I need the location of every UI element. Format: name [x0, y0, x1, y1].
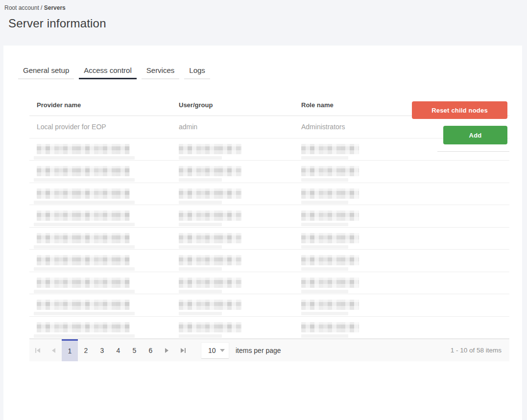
- chevron-down-icon: [220, 349, 225, 352]
- redacted-text: [179, 201, 222, 204]
- column-header-user-group[interactable]: User/group: [171, 101, 294, 109]
- table-row-redacted[interactable]: [29, 317, 509, 339]
- cell-user-group-redacted: [171, 317, 294, 339]
- redacted-text: [37, 188, 130, 199]
- cell-provider-name-redacted: [29, 139, 171, 161]
- previous-page-icon: [52, 348, 55, 353]
- cell-role-name-redacted: [294, 228, 509, 250]
- redacted-rows: [29, 139, 509, 339]
- redacted-text: [301, 233, 359, 243]
- redacted-text: [301, 300, 359, 310]
- tab-general-setup[interactable]: General setup: [18, 63, 74, 79]
- first-page-button[interactable]: [29, 339, 46, 361]
- page-button-2[interactable]: 2: [78, 339, 94, 361]
- cell-role-name-redacted: [294, 250, 509, 272]
- redacted-text: [301, 223, 348, 226]
- redacted-text: [37, 255, 130, 265]
- redacted-text: [179, 233, 241, 243]
- previous-page-button[interactable]: [46, 339, 62, 361]
- redacted-text: [179, 290, 222, 293]
- pagination-bar: 1 2 3 4 5 6 10 items per page 1 - 10 of …: [29, 339, 509, 361]
- redacted-text: [301, 178, 348, 182]
- reset-child-nodes-button[interactable]: Reset child nodes: [412, 101, 507, 119]
- table-row-redacted[interactable]: [29, 205, 509, 228]
- last-page-icon: [181, 348, 184, 353]
- redacted-text: [37, 210, 130, 221]
- cell-provider-name-redacted: [29, 272, 171, 294]
- tab-logs[interactable]: Logs: [184, 63, 210, 79]
- tab-label: General setup: [23, 66, 69, 74]
- redacted-text: [179, 166, 241, 176]
- redacted-text: [37, 233, 130, 243]
- redacted-text: [34, 267, 135, 271]
- cell-provider-name-redacted: [29, 250, 171, 272]
- cell-provider-name-redacted: [29, 228, 171, 250]
- redacted-text: [179, 223, 222, 226]
- cell-user-group: admin: [171, 123, 294, 131]
- page-button-3[interactable]: 3: [94, 339, 110, 361]
- cell-provider-name-redacted: [29, 205, 171, 227]
- tab-services[interactable]: Services: [142, 63, 180, 79]
- table-row-redacted[interactable]: [29, 161, 509, 183]
- page-button-6[interactable]: 6: [143, 339, 159, 361]
- table-row-redacted[interactable]: [29, 228, 509, 250]
- redacted-text: [301, 290, 348, 293]
- column-header-provider-name[interactable]: Provider name: [29, 101, 171, 109]
- breadcrumb-root[interactable]: Root account: [4, 4, 39, 11]
- cell-role-name-redacted: [294, 294, 509, 316]
- table-row-redacted[interactable]: [29, 183, 509, 206]
- redacted-text: [34, 334, 135, 338]
- table-row-redacted[interactable]: [29, 294, 509, 317]
- redacted-text: [179, 334, 222, 338]
- tab-label: Services: [146, 66, 175, 74]
- toolbar-divider: [437, 151, 509, 152]
- page-button-5[interactable]: 5: [126, 339, 143, 361]
- table-row-redacted[interactable]: [29, 250, 509, 272]
- cell-user-group-redacted: [171, 139, 294, 161]
- next-page-icon: [165, 348, 168, 353]
- redacted-text: [301, 245, 348, 249]
- redacted-text: [301, 278, 359, 288]
- cell-user-group-redacted: [171, 205, 294, 227]
- redacted-text: [37, 322, 130, 332]
- toolbar: Reset child nodes Add: [390, 101, 507, 144]
- page-size-select[interactable]: 10: [201, 342, 229, 359]
- redacted-text: [179, 144, 241, 154]
- tab-access-control[interactable]: Access control: [79, 63, 137, 79]
- add-button[interactable]: Add: [443, 126, 507, 144]
- redacted-text: [301, 334, 348, 338]
- cell-role-name-redacted: [294, 161, 509, 183]
- table-row-redacted[interactable]: [29, 272, 509, 295]
- redacted-text: [179, 312, 222, 315]
- redacted-text: [301, 166, 359, 176]
- redacted-text: [34, 223, 135, 226]
- redacted-text: [179, 156, 222, 160]
- cell-provider-name-redacted: [29, 294, 171, 316]
- redacted-text: [37, 278, 130, 288]
- redacted-text: [301, 322, 359, 332]
- redacted-text: [301, 267, 348, 271]
- cell-user-group-redacted: [171, 228, 294, 250]
- redacted-text: [34, 245, 135, 249]
- redacted-text: [37, 144, 130, 154]
- cell-role-name-redacted: [294, 183, 509, 205]
- last-page-button[interactable]: [175, 339, 191, 361]
- tab-strip: General setup Access control Services Lo…: [18, 63, 522, 79]
- next-page-button[interactable]: [159, 339, 175, 361]
- redacted-text: [179, 300, 241, 310]
- page-button-1[interactable]: 1: [62, 339, 78, 361]
- redacted-text: [179, 210, 241, 221]
- cell-provider-name-redacted: [29, 317, 171, 339]
- page-button-4[interactable]: 4: [110, 339, 126, 361]
- redacted-text: [301, 156, 348, 160]
- redacted-text: [301, 255, 359, 265]
- cell-user-group-redacted: [171, 272, 294, 294]
- redacted-text: [301, 312, 348, 315]
- breadcrumb-separator: /: [41, 4, 44, 11]
- content-card: General setup Access control Services Lo…: [3, 46, 522, 420]
- redacted-text: [179, 255, 241, 265]
- page-size-value: 10: [208, 347, 216, 354]
- cell-user-group-redacted: [171, 250, 294, 272]
- cell-role-name-redacted: [294, 317, 509, 339]
- redacted-text: [34, 178, 135, 182]
